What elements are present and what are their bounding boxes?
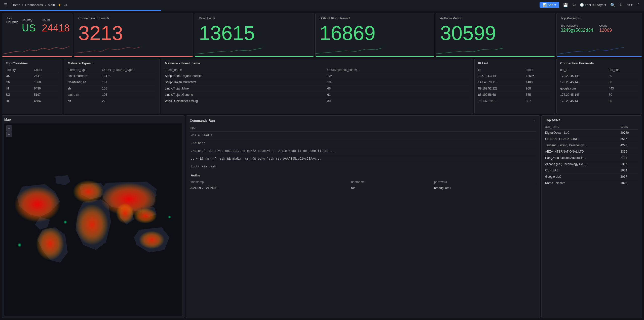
table-row: bash, sh105 xyxy=(68,92,156,98)
ip-list-table: ip count 137.184.3.14813595147.45.70.115… xyxy=(478,67,551,104)
table-row: google.com443 xyxy=(560,85,638,92)
col-country: country xyxy=(6,67,34,73)
dst-port-cell: 80 xyxy=(609,92,638,98)
asn-count-cell: 4273 xyxy=(620,142,638,149)
svg-point-4 xyxy=(134,208,157,223)
refresh-interval-button[interactable]: 5s ▾ xyxy=(627,3,633,7)
conn-fwd-table: dst_ip dst_port 178.20.45.14880178.20.45… xyxy=(560,67,638,104)
col-asn-count: count xyxy=(620,124,638,130)
country-value: US xyxy=(22,22,36,34)
threat-name-cell: Script.Trojan.Multiverze xyxy=(165,79,327,85)
distinct-ips-title: Distinct IPs in Period xyxy=(320,16,430,20)
col-timestamp: timestamp xyxy=(190,179,351,185)
chevron-down-icon: ▾ xyxy=(604,3,606,7)
table-row: Script-Shell.Trojan.Heuristic105 xyxy=(165,73,469,79)
asn-name-cell: Alibaba (US) Technology Co.,... xyxy=(545,161,620,167)
ip-cell: 79.137.196.19 xyxy=(478,98,526,104)
ip-list-title: IP List xyxy=(478,61,551,65)
world-map-svg xyxy=(4,123,182,316)
ip-count-cell: 327 xyxy=(526,98,549,104)
commands-card: Commands Run ⋮ input while read i./oinas… xyxy=(186,115,540,318)
zoom-out-button[interactable]: − xyxy=(6,131,12,137)
ip-cell: 137.184.3.148 xyxy=(478,73,526,79)
ip-cell: 85.192.56.68 xyxy=(478,92,526,98)
chart-icon: 📊 xyxy=(543,3,547,7)
table-row: Hangzhou Alibaba Advertisin...2791 xyxy=(545,155,638,161)
country-cell: US xyxy=(6,73,34,79)
conn-fwd-table-card: Connection Forwards dst_ip dst_port 178.… xyxy=(556,59,642,114)
nav-main[interactable]: Main xyxy=(48,3,55,7)
save-icon[interactable]: 💾 xyxy=(563,3,568,7)
middle-section: Top Countries country Count US24418CN166… xyxy=(2,59,642,114)
top-countries-title: Top Countries xyxy=(6,61,59,65)
nav-dashboards[interactable]: Dashboards xyxy=(25,3,43,7)
table-row: 79.137.196.19327 xyxy=(478,98,551,104)
add-button[interactable]: 📊 Add ▾ xyxy=(540,2,559,8)
ip-cell: 89.169.52.222 xyxy=(478,85,526,92)
table-row: 178.20.45.14880 xyxy=(560,92,638,98)
asn-name-cell: Google LLC xyxy=(545,174,620,180)
table-row: AEZA INTERNATIONAL LTD3315 xyxy=(545,149,638,155)
refresh-icon[interactable]: ↻ xyxy=(619,3,623,7)
malware-type-cell: CoinMiner, elf xyxy=(68,79,102,85)
dst-ip-cell: 178.20.45.148 xyxy=(560,73,609,79)
threat-count-cell: 105 xyxy=(327,73,469,79)
top-nav: ☰ Home › Dashboards › Main ★ ⊙ 📊 Add ▾ 💾… xyxy=(0,0,644,10)
bottom-section: Map + − xyxy=(2,115,642,318)
table-row: Script.Trojan.Multiverze105 xyxy=(165,79,469,85)
auths-table: timestamp username password 2024-09-22 2… xyxy=(190,179,536,191)
password-inner: Top Password 3245gs5662d34 Count 12069 xyxy=(561,24,638,33)
chevron-down-icon: ▾ xyxy=(554,3,556,7)
table-row: 89.169.52.222968 xyxy=(478,85,551,92)
map-container: + − xyxy=(4,123,182,316)
col-count: Count xyxy=(34,67,59,73)
favorite-icon[interactable]: ★ xyxy=(58,3,61,7)
threat-name-cell: Linux.Trojan.Generic xyxy=(165,92,327,98)
time-range-button[interactable]: 🕐 Last 90 days ▾ xyxy=(580,3,606,7)
collapse-icon[interactable]: ⌃ xyxy=(637,3,640,7)
list-item: ./oinasf; dd if=/proc/self/exe bs=22 cou… xyxy=(190,147,536,155)
settings-icon[interactable]: ⚙ xyxy=(572,3,576,7)
col-malware-type: malware_type xyxy=(68,67,102,73)
svg-point-10 xyxy=(63,220,67,224)
col-dst-port: dst_port xyxy=(609,67,638,73)
table-row: 137.184.3.14813595 xyxy=(478,73,551,79)
dst-port-cell: 80 xyxy=(609,98,638,104)
card-menu-icon[interactable]: ⋮ xyxy=(532,118,536,123)
auths-period-title: Auths in Period xyxy=(440,16,551,20)
col-username: username xyxy=(351,179,434,185)
share-icon[interactable]: ⊙ xyxy=(64,3,67,7)
zoom-in-button[interactable]: + xyxy=(6,125,12,131)
password-val: 3245gs5662d34 xyxy=(561,28,593,33)
count-label: Count xyxy=(42,18,70,22)
top-countries-card: Top Countries country Count US24418CN166… xyxy=(2,59,62,114)
ip-count-cell: 13595 xyxy=(526,73,549,79)
info-icon[interactable]: ℹ xyxy=(92,62,94,65)
list-item: ./oinasf xyxy=(190,140,536,147)
country-label: Country xyxy=(22,18,36,22)
asn-name-cell: Korea Telecom xyxy=(545,180,620,186)
hamburger-icon[interactable]: ☰ xyxy=(4,3,8,7)
commands-title: Commands Run ⋮ xyxy=(190,118,536,123)
downloads-card: Downloads 13615 xyxy=(195,13,314,57)
input-col-header: input xyxy=(190,125,536,132)
table-row: Google LLC2017 xyxy=(545,174,638,180)
count-cell: 5197 xyxy=(34,92,59,98)
metrics-row: Top Country Country US Count 24418 Conne… xyxy=(2,13,642,57)
zoom-out-icon[interactable]: 🔍 xyxy=(610,3,615,7)
dst-ip-cell: 178.20.45.148 xyxy=(560,92,609,98)
dst-ip-cell: 178.20.45.148 xyxy=(560,79,609,85)
table-row: CoinMiner, elf161 xyxy=(68,79,156,85)
clock-icon: 🕐 xyxy=(580,3,584,7)
svg-point-6 xyxy=(36,227,64,260)
auths-period-card: Auths in Period 30599 xyxy=(436,13,555,57)
nav-home[interactable]: Home xyxy=(12,3,20,7)
malware-type-cell: bash, sh xyxy=(68,92,102,98)
threat-count-cell: 105 xyxy=(327,79,469,85)
table-row: DE4684 xyxy=(6,98,59,104)
table-row: Tencent Building, Kejizhongyi...4273 xyxy=(545,142,638,149)
col-threat-name: threat_name xyxy=(165,67,327,73)
asn-count-cell: 20780 xyxy=(620,130,638,136)
conn-fwd-metric-title: Connection Forwards xyxy=(78,16,189,20)
auths-period-value: 30599 xyxy=(440,23,551,43)
